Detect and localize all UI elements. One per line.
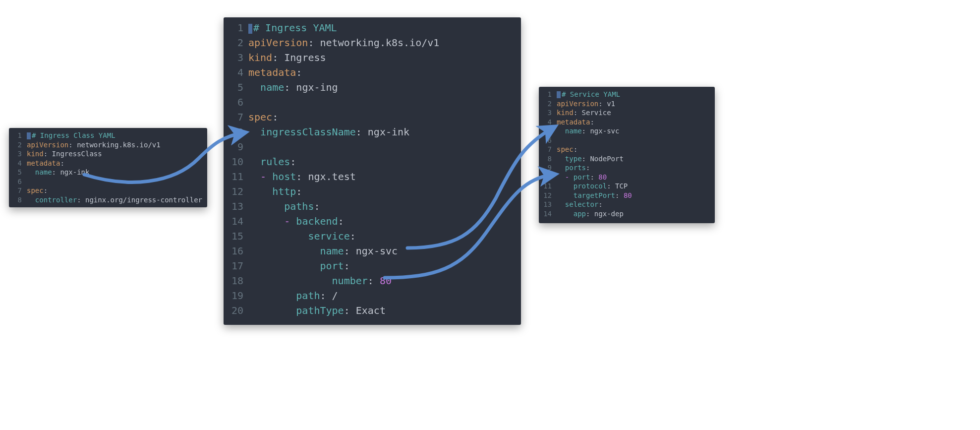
token: : [590,173,598,181]
code-line: 10 - port: 80 [539,173,715,182]
token: metadata [27,159,60,167]
code-line: 5 name: ngx-ink [9,168,207,177]
token: : v1 [598,100,615,108]
code-content: rules: [248,154,296,169]
token: path [296,290,320,302]
token: name [565,127,582,135]
token: ingressClassName [260,126,356,138]
code-line: 1# Service YAML [539,90,715,99]
token: kind [27,150,44,158]
token: : ngx-ink [356,126,409,138]
line-number: 14 [539,209,557,219]
code-line: 17 port: [224,258,521,273]
token [248,305,296,316]
code-line: 2apiVersion: v1 [539,99,715,109]
code-line: 10 rules: [224,154,521,169]
code-line: 5 name: ngx-ing [224,80,521,95]
code-line: 6 [224,95,521,110]
code-line: 1# Ingress YAML [224,20,521,35]
token: type [565,155,582,163]
line-number: 11 [539,182,557,191]
token: pathType [296,305,344,316]
token: : [574,145,577,153]
line-number: 9 [224,139,248,154]
token: metadata [248,66,296,78]
token [27,168,35,176]
token: : [60,159,64,167]
line-number: 7 [224,110,248,124]
token [557,200,565,208]
token: apiVersion [557,100,598,108]
token [27,196,35,204]
line-number: 6 [539,136,557,145]
token: : ngx-ink [52,168,90,176]
line-number: 12 [539,191,557,200]
token: Ingress YAML [265,22,337,34]
line-number: 5 [224,80,248,95]
code-line: 7spec: [224,110,521,124]
line-number: 4 [9,159,27,168]
code-content: path: / [248,288,338,303]
code-content: controller: nginx.org/ingress-controller [27,195,202,205]
token: targetPort [574,191,615,199]
code-content: apiVersion: networking.k8s.io/v1 [248,35,439,50]
token: port [320,260,344,272]
token [248,126,260,138]
token: paths [284,200,314,212]
token [557,210,574,218]
token: : TCP [607,182,628,190]
code-line: 2apiVersion: networking.k8s.io/v1 [9,140,207,150]
line-number: 2 [539,99,557,109]
code-line: 4metadata: [9,159,207,168]
token: spec [248,111,272,123]
token: selector [565,200,598,208]
code-line: 12 http: [224,184,521,199]
line-number: 8 [224,124,248,139]
code-content: protocol: TCP [557,182,628,191]
code-content: spec: [248,110,278,124]
line-number: 12 [224,184,248,199]
code-content: pathType: Exact [248,303,386,318]
code-block: 1# Ingress Class YAML2apiVersion: networ… [9,128,207,207]
token [248,171,260,183]
token: : nginx.org/ingress-controller [77,196,202,204]
line-number: 10 [539,173,557,182]
code-content: type: NodePort [557,154,624,164]
code-content: - host: ngx.test [248,169,356,184]
code-line: 5 name: ngx-svc [539,126,715,136]
token: http [272,185,296,197]
line-number: 4 [539,118,557,127]
token: name [35,168,52,176]
code-line: 3kind: IngressClass [9,149,207,159]
code-content: metadata: [27,159,64,168]
token: : ngx-svc [582,127,620,135]
line-number: 11 [224,169,248,184]
code-line: 16 name: ngx-svc [224,244,521,258]
code-content: ports: [557,163,590,173]
token: : [314,200,320,212]
token [557,164,565,172]
line-number: 13 [224,199,248,214]
token: : IngressClass [44,150,102,158]
code-content: paths: [248,199,320,214]
code-line: 8 type: NodePort [539,154,715,164]
token [557,173,565,181]
token [248,156,260,168]
token: metadata [557,118,590,126]
line-number: 7 [9,186,27,195]
code-line: 8 ingressClassName: ngx-ink [224,124,521,139]
code-line: 13 selector: [539,200,715,209]
token: : / [320,290,338,302]
token: port [574,173,590,181]
code-block: 1# Ingress YAML2apiVersion: networking.k… [224,17,521,321]
code-content: name: ngx-ing [248,80,338,95]
line-number: 17 [224,258,248,273]
token [557,127,565,135]
line-number: 1 [9,131,27,140]
line-number: 18 [224,273,248,288]
line-number: 3 [9,149,27,159]
token: rules [260,156,290,168]
token: service [308,230,349,242]
token [557,191,574,199]
token: - [565,173,574,181]
